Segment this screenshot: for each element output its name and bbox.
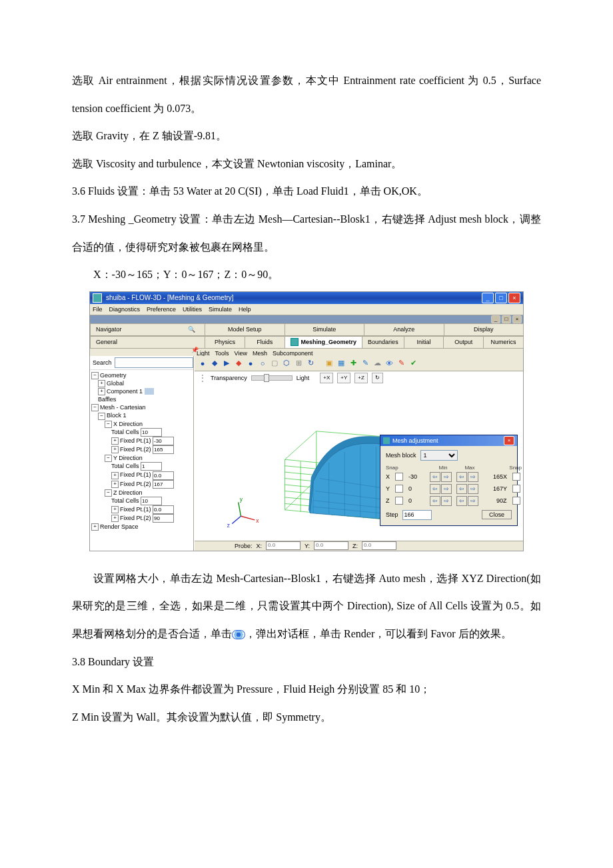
- menu-utilities[interactable]: Utilities: [183, 306, 202, 313]
- tool-icon[interactable]: ●: [197, 358, 208, 369]
- tool-icon[interactable]: ✚: [348, 358, 358, 369]
- snap-max-checkbox[interactable]: [512, 497, 520, 505]
- meshblock-select[interactable]: 1: [420, 450, 458, 461]
- tree-node-xdir[interactable]: −X Direction: [91, 420, 192, 428]
- transparency-slider[interactable]: [251, 375, 293, 381]
- tree-leaf[interactable]: +Fixed Pt.(1): [91, 471, 192, 479]
- dec-max-button[interactable]: ⇦: [456, 484, 467, 494]
- dec-max-button[interactable]: ⇦: [456, 496, 467, 506]
- z-fp2-input[interactable]: [153, 514, 174, 523]
- x-fp2-input[interactable]: [153, 445, 174, 454]
- dec-min-button[interactable]: ⇦: [430, 496, 440, 506]
- tree-node-render-space[interactable]: +Render Space: [91, 523, 192, 531]
- dec-min-button[interactable]: ⇦: [430, 472, 440, 482]
- axis-reset-button[interactable]: ↻: [372, 373, 383, 383]
- x-fp1-input[interactable]: [153, 437, 174, 445]
- snap-max-checkbox[interactable]: [512, 485, 520, 493]
- tab-fluids[interactable]: Fluids: [245, 336, 285, 348]
- tool-icon[interactable]: ○: [257, 358, 268, 369]
- dialog-titlebar[interactable]: Mesh adjustment ×: [380, 435, 517, 446]
- tree-node-zdir[interactable]: −Z Direction: [91, 489, 192, 497]
- tab-numerics[interactable]: Numerics: [483, 336, 524, 348]
- tool-icon[interactable]: ☁: [372, 358, 382, 369]
- tree-node-mesh-cartesian[interactable]: −Mesh - Cartesian: [91, 403, 192, 411]
- close-button[interactable]: ×: [508, 293, 520, 303]
- tool-icon[interactable]: ▢: [269, 358, 280, 369]
- inc-max-button[interactable]: ⇨: [468, 472, 478, 482]
- z-fp1-input[interactable]: [153, 505, 174, 514]
- minimize-button[interactable]: _: [482, 293, 494, 303]
- step-input[interactable]: [402, 510, 432, 520]
- close-button[interactable]: Close: [482, 510, 512, 519]
- snap-max-checkbox[interactable]: [512, 473, 520, 481]
- tab-general[interactable]: General: [90, 336, 205, 348]
- dec-max-button[interactable]: ⇦: [456, 472, 467, 482]
- menu-help[interactable]: Help: [239, 306, 251, 313]
- inc-min-button[interactable]: ⇨: [441, 496, 452, 506]
- tool-icon[interactable]: ▣: [324, 358, 334, 369]
- tree-leaf[interactable]: +Fixed Pt.(1): [91, 437, 192, 445]
- tool-icon[interactable]: ⊞: [293, 358, 304, 369]
- tab-boundaries[interactable]: Boundaries: [362, 336, 404, 348]
- x-total-cells-input[interactable]: [141, 428, 162, 437]
- pin-icon[interactable]: 📌: [191, 347, 198, 353]
- tree-node-ydir[interactable]: −Y Direction: [91, 454, 192, 462]
- z-total-cells-input[interactable]: [141, 497, 162, 505]
- inc-max-button[interactable]: ⇨: [468, 496, 478, 506]
- search-input[interactable]: [115, 357, 193, 368]
- axis-z-button[interactable]: +Z: [354, 373, 368, 383]
- tab-output[interactable]: Output: [443, 336, 484, 348]
- tool-icon[interactable]: ⬡: [281, 358, 292, 369]
- mdi-close-button[interactable]: ×: [512, 315, 522, 323]
- tab-model-setup[interactable]: Model Setup: [205, 323, 285, 335]
- dialog-close-button[interactable]: ×: [504, 436, 514, 445]
- tool-icon[interactable]: ✎: [360, 358, 370, 369]
- y-total-cells-input[interactable]: [141, 462, 162, 471]
- tool-icon[interactable]: ↻: [305, 358, 316, 369]
- y-fp2-input[interactable]: [153, 480, 174, 489]
- tool-icon[interactable]: ◆: [209, 358, 220, 369]
- inc-min-button[interactable]: ⇨: [441, 472, 452, 482]
- inc-max-button[interactable]: ⇨: [468, 484, 478, 494]
- tab-initial[interactable]: Initial: [404, 336, 444, 348]
- tree-leaf[interactable]: +Fixed Pt.(2): [91, 445, 192, 454]
- tree-leaf[interactable]: +Fixed Pt.(2): [91, 514, 192, 523]
- tree-node-geometry[interactable]: −Geometry: [91, 371, 192, 379]
- tab-simulate[interactable]: Simulate: [285, 323, 365, 335]
- mdi-restore-button[interactable]: □: [502, 315, 511, 323]
- render-eye-icon[interactable]: 👁: [384, 358, 394, 369]
- search-icon[interactable]: 🔍: [188, 326, 195, 333]
- mesh-adjustment-dialog[interactable]: Mesh adjustment × Mesh block 1 Snap: [380, 435, 518, 526]
- tool-icon[interactable]: ✎: [396, 358, 406, 369]
- snap-min-checkbox[interactable]: [395, 473, 403, 481]
- tool-icon[interactable]: ▶: [221, 358, 232, 369]
- tool-icon[interactable]: ✔: [408, 358, 418, 369]
- tree-leaf[interactable]: +Fixed Pt.(1): [91, 505, 192, 514]
- snap-min-checkbox[interactable]: [395, 497, 403, 505]
- y-fp1-input[interactable]: [153, 471, 174, 480]
- window-titlebar[interactable]: shuiba - FLOW-3D - [Meshing & Geometry] …: [90, 292, 523, 304]
- menu-simulate[interactable]: Simulate: [209, 306, 232, 313]
- axis-y-button[interactable]: +Y: [337, 373, 350, 383]
- menu-file[interactable]: File: [93, 306, 103, 313]
- maximize-button[interactable]: □: [495, 293, 507, 303]
- dec-min-button[interactable]: ⇦: [430, 484, 440, 494]
- tool-icon[interactable]: ▦: [336, 358, 346, 369]
- menu-preference[interactable]: Preference: [147, 306, 176, 313]
- menu-diagnostics[interactable]: Diagnostics: [109, 306, 141, 313]
- tab-physics[interactable]: Physics: [205, 336, 245, 348]
- inc-min-button[interactable]: ⇨: [441, 484, 452, 494]
- tab-meshing-geometry[interactable]: Meshing_Geometry: [285, 336, 363, 348]
- snap-min-checkbox[interactable]: [395, 485, 403, 493]
- axis-x-button[interactable]: +X: [320, 373, 333, 383]
- mdi-minimize-button[interactable]: _: [491, 315, 500, 323]
- tree-node-component1[interactable]: +Component 1: [91, 387, 192, 395]
- tree-node-block1[interactable]: −Block 1: [91, 411, 192, 419]
- tree-node-baffles[interactable]: Baffles: [91, 395, 192, 403]
- tree-leaf[interactable]: +Fixed Pt.(2): [91, 480, 192, 489]
- tab-display[interactable]: Display: [444, 323, 524, 335]
- tool-icon[interactable]: ●: [245, 358, 256, 369]
- transparency-handle-icon[interactable]: ⋮: [199, 373, 207, 383]
- tool-icon[interactable]: ◆: [233, 358, 244, 369]
- tree-node-global[interactable]: +Global: [91, 379, 192, 387]
